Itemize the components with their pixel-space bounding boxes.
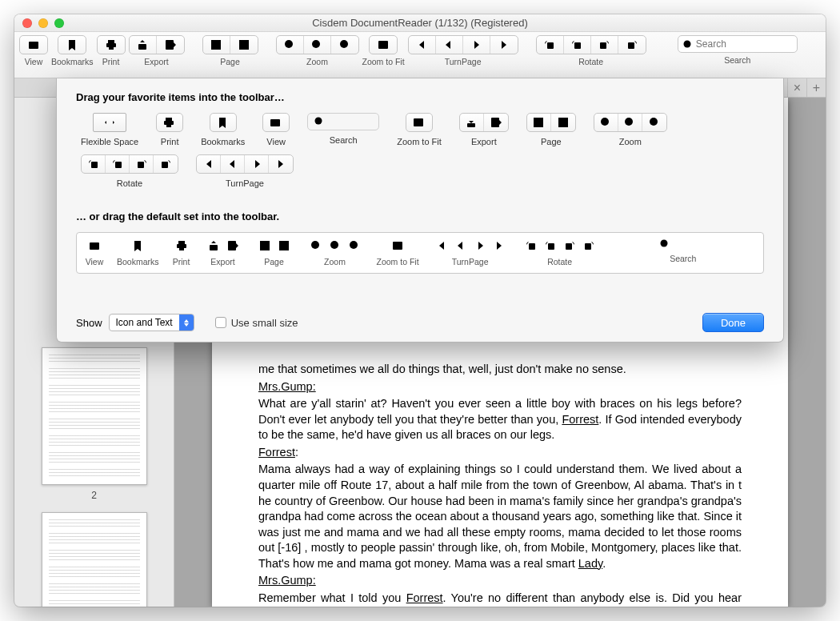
- view-button[interactable]: [20, 36, 47, 54]
- print-button[interactable]: [98, 36, 125, 54]
- prev-page-icon: [442, 38, 455, 51]
- doc-text: me that sometimes we all do things that,…: [258, 362, 742, 378]
- last-page-icon: [274, 158, 287, 170]
- zoom-reset-icon: [310, 38, 323, 51]
- default-toolbar-set[interactable]: View Bookmarks Print Export Page Zoom Zo…: [76, 232, 764, 274]
- prev-page-icon: [226, 158, 239, 170]
- zoom-out-icon: [283, 38, 296, 51]
- bookmark-icon: [216, 116, 229, 129]
- page-single-button[interactable]: [203, 36, 230, 54]
- zoom-in-icon: [338, 38, 351, 51]
- rotate-right2-icon: [626, 38, 638, 51]
- use-small-size-checkbox[interactable]: Use small size: [215, 317, 298, 329]
- rotate-label: Rotate: [578, 57, 603, 66]
- zoom-fit-icon: [412, 116, 425, 129]
- next-page-button[interactable]: [463, 36, 490, 54]
- zoom-fit-icon: [391, 239, 404, 252]
- palette-turnpage[interactable]: TurnPage: [196, 154, 294, 188]
- last-page-button[interactable]: [490, 36, 518, 54]
- next-page-icon: [474, 239, 486, 252]
- doc-text: Mama always had a way of explaining thin…: [258, 463, 742, 569]
- prev-page-button[interactable]: [436, 36, 463, 54]
- select-arrows-icon: [179, 315, 194, 331]
- rotate-right2-button[interactable]: [618, 36, 646, 54]
- new-tab-button[interactable]: +: [806, 78, 826, 97]
- print-icon: [162, 116, 175, 129]
- toolbar-item-palette: Flexible Space Print Bookmarks View Sear…: [76, 113, 764, 196]
- export-out-button[interactable]: [157, 36, 184, 54]
- bookmarks-button[interactable]: [58, 36, 86, 54]
- customize-toolbar-sheet: Drag your favorite items into the toolba…: [56, 78, 784, 343]
- prev-page-icon: [454, 239, 467, 252]
- doc-text: Remember what I told you: [258, 591, 406, 604]
- palette-search[interactable]: Search: [307, 113, 379, 146]
- page-thumbnail[interactable]: [42, 512, 147, 607]
- palette-bookmarks[interactable]: Bookmarks: [201, 113, 245, 146]
- palette-flexible-space[interactable]: Flexible Space: [81, 113, 138, 146]
- palette-zoom-to-fit[interactable]: Zoom to Fit: [397, 113, 442, 146]
- view-icon: [88, 239, 101, 252]
- doc-text: Forrest: [562, 413, 598, 426]
- page-facing-icon: [238, 38, 250, 51]
- page-facing-icon: [557, 116, 570, 129]
- zoom-out-button[interactable]: [277, 36, 304, 54]
- show-mode-value: Icon and Text: [110, 317, 179, 328]
- view-label: View: [25, 57, 43, 66]
- page-thumbnail[interactable]: [42, 347, 147, 485]
- palette-page[interactable]: Page: [526, 113, 576, 146]
- palette-rotate[interactable]: Rotate: [81, 154, 178, 188]
- zoom-in-icon: [648, 116, 661, 129]
- print-icon: [105, 38, 118, 51]
- page-single-icon: [258, 239, 271, 252]
- close-tab-button[interactable]: ×: [787, 78, 806, 97]
- first-page-button[interactable]: [409, 36, 436, 54]
- zoom-label: Zoom: [306, 57, 328, 66]
- rotate-right-icon: [159, 158, 172, 170]
- checkbox-icon: [215, 317, 226, 328]
- palette-print[interactable]: Print: [156, 113, 183, 146]
- next-page-icon: [470, 38, 482, 51]
- zoom-in-icon: [348, 239, 361, 252]
- zoom-to-fit-button[interactable]: [370, 36, 397, 54]
- palette-export[interactable]: Export: [459, 113, 509, 146]
- rotate-left2-button[interactable]: [564, 36, 591, 54]
- sheet-footer: Show Icon and Text Use small size Done: [76, 313, 764, 332]
- show-mode-select[interactable]: Icon and Text: [109, 314, 194, 331]
- zoomfit-label: Zoom to Fit: [362, 57, 405, 66]
- page-single-icon: [210, 38, 222, 51]
- zoom-reset-icon: [623, 116, 636, 129]
- page-facing-icon: [278, 239, 290, 252]
- last-page-icon: [498, 38, 510, 51]
- rotate-right-button[interactable]: [591, 36, 618, 54]
- turnpage-label: TurnPage: [445, 57, 482, 66]
- bookmark-icon: [131, 239, 144, 252]
- export-up-button[interactable]: [130, 36, 157, 54]
- first-page-icon: [202, 158, 215, 170]
- view-icon: [27, 38, 40, 51]
- doc-text: Mrs.Gump:: [258, 574, 316, 587]
- main-toolbar: View Bookmarks Print Export Page Zoom Zo…: [14, 32, 826, 78]
- page-facing-button[interactable]: [230, 36, 258, 54]
- palette-view[interactable]: View: [262, 113, 290, 146]
- zoom-reset-button[interactable]: [304, 36, 331, 54]
- export-out-icon: [490, 116, 502, 129]
- first-page-icon: [435, 239, 448, 252]
- show-label: Show: [76, 317, 102, 329]
- flex-space-icon: [103, 116, 116, 129]
- rotate-left-button[interactable]: [537, 36, 564, 54]
- export-up-icon: [207, 239, 220, 252]
- first-page-icon: [415, 38, 428, 51]
- sheet-heading: Drag your favorite items into the toolba…: [76, 91, 764, 103]
- export-out-icon: [226, 239, 239, 252]
- search-input[interactable]: [678, 35, 798, 53]
- rotate-right-icon: [598, 38, 610, 51]
- print-icon: [175, 239, 188, 252]
- export-up-icon: [136, 38, 149, 51]
- download-icon: [465, 116, 478, 129]
- palette-zoom[interactable]: Zoom: [594, 113, 667, 146]
- view-icon: [269, 116, 282, 129]
- done-button[interactable]: Done: [702, 313, 764, 332]
- window-title: Cisdem DocumentReader (1/132) (Registere…: [14, 17, 826, 29]
- zoom-in-button[interactable]: [331, 36, 358, 54]
- rotate-right-icon: [563, 239, 576, 252]
